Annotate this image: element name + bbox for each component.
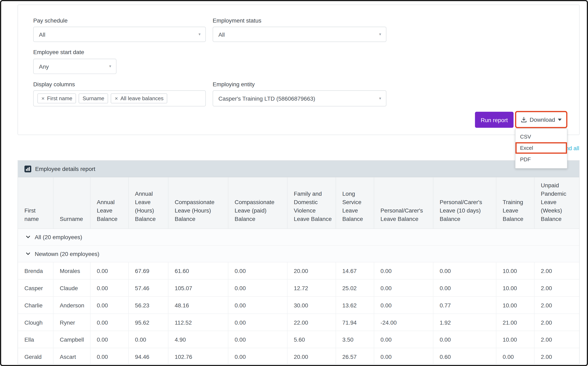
table-cell: 3.50	[336, 331, 374, 348]
table-cell: 102.76	[168, 348, 228, 364]
table-row: CasperClaude0.0057.46105.070.0012.7225.0…	[18, 279, 579, 297]
remove-tag-icon[interactable]: ✕	[41, 96, 45, 101]
tag-label: All leave balances	[120, 95, 164, 101]
download-menu-item-excel[interactable]: Excel	[515, 142, 567, 154]
employment-status-label: Employment status	[213, 17, 261, 24]
group-row[interactable]: Newtown (20 employees)	[18, 245, 579, 262]
report-title: Employee details report	[35, 166, 95, 172]
column-header: Personal/Carer's Leave (10 days) Balance	[433, 177, 496, 229]
chevron-down-icon: ▼	[378, 32, 382, 36]
table-cell: 2.00	[534, 331, 579, 348]
table-cell: Ella	[18, 331, 53, 348]
employee-start-date-select[interactable]: Any ▼	[33, 59, 117, 74]
table-cell: 2.00	[534, 314, 579, 331]
group-label: Newtown (20 employees)	[35, 251, 99, 257]
table-cell: 0.00	[374, 297, 433, 314]
report-icon	[24, 165, 31, 172]
table-cell: 22.00	[287, 314, 336, 331]
table-cell: 0.00	[433, 262, 496, 279]
download-menu-item-pdf[interactable]: PDF	[515, 154, 567, 165]
table-cell: Charlie	[18, 297, 53, 314]
display-column-tag[interactable]: Surname	[79, 93, 108, 103]
table-cell: 0.00	[433, 279, 496, 297]
employing-entity-select[interactable]: Casper's Training LTD (58606879663) ▼	[213, 90, 386, 106]
table-cell: 20.00	[287, 348, 336, 364]
table-cell: 26.57	[336, 348, 374, 364]
column-header: Annual Leave (Hours) Balance	[128, 177, 168, 229]
table-row: EllaCampbell0.000.004.900.005.603.500.00…	[18, 331, 579, 348]
table-cell: 71.94	[336, 314, 374, 331]
table-cell: 57.46	[128, 279, 168, 297]
table-cell: 30.00	[287, 297, 336, 314]
app-window: Pay schedule All ▼ Employment status All…	[0, 0, 588, 366]
column-header: Surname	[53, 177, 90, 229]
table-cell: 0.00	[228, 314, 287, 331]
download-menu-item-csv[interactable]: CSV	[515, 131, 567, 142]
table-cell: Claude	[53, 279, 90, 297]
display-column-tag[interactable]: ✕All leave balances	[111, 93, 167, 103]
table-cell: 0.00	[90, 348, 128, 364]
table-cell: Morales	[53, 262, 90, 279]
caret-down-icon	[558, 118, 562, 121]
remove-tag-icon[interactable]: ✕	[115, 96, 118, 101]
table-cell: 0.00	[496, 348, 534, 364]
table-cell: 2.00	[534, 297, 579, 314]
pay-schedule-select[interactable]: All ▼	[33, 27, 206, 42]
table-cell: 0.00	[90, 279, 128, 297]
table-cell: 105.07	[168, 279, 228, 297]
table-row: CloughRyner0.0095.62112.520.0022.0071.94…	[18, 314, 579, 331]
table-cell: 0.00	[374, 262, 433, 279]
download-button[interactable]: Download	[515, 111, 567, 128]
table-cell: 25.02	[336, 279, 374, 297]
chevron-down-icon: ▼	[198, 32, 201, 36]
table-cell: 12.72	[287, 279, 336, 297]
table-cell: 0.00	[90, 314, 128, 331]
header-row: First nameSurnameAnnual Leave BalanceAnn…	[18, 177, 579, 229]
table-cell: 0.00	[433, 331, 496, 348]
table-cell: 0.00	[374, 279, 433, 297]
table-cell: 20.00	[287, 262, 336, 279]
table-cell: 95.62	[128, 314, 168, 331]
table-cell: 13.62	[336, 297, 374, 314]
table-cell: Ryner	[53, 314, 90, 331]
chevron-down-icon: ▼	[109, 65, 112, 69]
employing-entity-value: Casper's Training LTD (58606879663)	[218, 95, 315, 102]
column-header: Personal/Carer's Leave Balance	[374, 177, 433, 229]
table-cell: -24.00	[374, 314, 433, 331]
chevron-down-icon	[26, 251, 31, 256]
table-cell: 0.00	[128, 331, 168, 348]
table-cell: 2.00	[534, 279, 579, 297]
run-report-button[interactable]: Run report	[475, 112, 514, 128]
employing-entity-label: Employing entity	[213, 81, 255, 88]
employee-start-date-value: Any	[39, 63, 49, 70]
table-cell: Gerald	[18, 348, 53, 364]
download-menu: CSVExcelPDF	[515, 129, 567, 168]
table-cell: 0.00	[90, 331, 128, 348]
tag-label: Surname	[83, 95, 104, 101]
table-cell: 112.52	[168, 314, 228, 331]
group-row[interactable]: All (20 employees)	[18, 229, 579, 245]
display-column-tag[interactable]: ✕First name	[37, 93, 76, 103]
table-cell: 10.00	[496, 262, 534, 279]
display-columns-input[interactable]: ✕First nameSurname✕All leave balances	[33, 90, 206, 106]
table-cell: 10.00	[496, 297, 534, 314]
table-cell: 21.00	[496, 314, 534, 331]
employment-status-select[interactable]: All ▼	[213, 27, 386, 42]
table-row: BrendaMorales0.0067.6961.600.0020.0014.6…	[18, 262, 579, 279]
table-cell: Ascart	[53, 348, 90, 364]
table-cell: 2.00	[534, 262, 579, 279]
table-cell: 10.00	[496, 279, 534, 297]
report-table: First nameSurnameAnnual Leave BalanceAnn…	[18, 177, 579, 364]
employee-start-date-label: Employee start date	[33, 49, 84, 55]
column-header: Training Leave Balance	[496, 177, 534, 229]
column-header: Annual Leave Balance	[90, 177, 128, 229]
table-cell: 0.00	[374, 331, 433, 348]
column-header: First name	[18, 177, 53, 229]
table-cell: 0.60	[433, 348, 496, 364]
table-cell: Clough	[18, 314, 53, 331]
table-cell: 61.60	[168, 262, 228, 279]
table-cell: 0.00	[228, 331, 287, 348]
download-label: Download	[530, 116, 555, 123]
table-cell: 2.00	[534, 348, 579, 364]
table-cell: Anderson	[53, 297, 90, 314]
